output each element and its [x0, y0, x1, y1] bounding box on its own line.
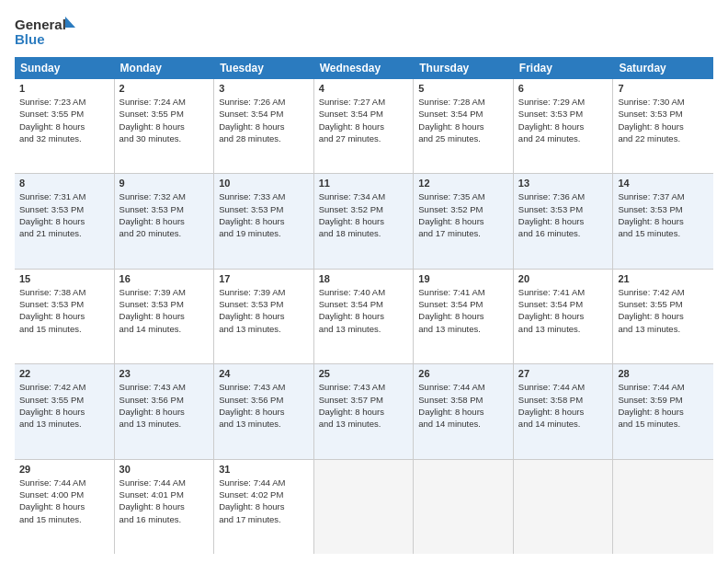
sunrise-text: Sunrise: 7:33 AM — [219, 190, 309, 202]
sunrise-text: Sunrise: 7:30 AM — [618, 96, 709, 108]
calendar-cell: 14 Sunrise: 7:37 AM Sunset: 3:53 PM Dayl… — [613, 174, 713, 268]
calendar-cell: 24 Sunrise: 7:43 AM Sunset: 3:56 PM Dayl… — [214, 364, 314, 458]
sunrise-text: Sunrise: 7:36 AM — [518, 190, 609, 202]
day-number: 26 — [418, 368, 508, 379]
daylight-text: Daylight: 8 hours — [219, 406, 309, 418]
day-number: 29 — [19, 464, 109, 475]
daylight-extra: and 27 minutes. — [319, 132, 409, 144]
daylight-text: Daylight: 8 hours — [319, 406, 409, 418]
sunrise-text: Sunrise: 7:43 AM — [119, 381, 210, 393]
day-number: 15 — [19, 273, 109, 284]
daylight-extra: and 15 minutes. — [19, 513, 109, 525]
daylight-extra: and 22 minutes. — [618, 132, 709, 144]
sunset-text: Sunset: 3:54 PM — [319, 108, 409, 120]
calendar-cell — [613, 460, 713, 554]
day-number: 6 — [518, 83, 609, 94]
sunset-text: Sunset: 3:53 PM — [219, 203, 309, 215]
sunrise-text: Sunrise: 7:29 AM — [518, 96, 609, 108]
day-number: 23 — [119, 368, 210, 379]
calendar-page: GeneralBlue SundayMondayTuesdayWednesday… — [0, 0, 728, 563]
daylight-text: Daylight: 8 hours — [319, 310, 409, 322]
daylight-extra: and 13 minutes. — [319, 418, 409, 430]
calendar-cell: 3 Sunrise: 7:26 AM Sunset: 3:54 PM Dayli… — [214, 79, 314, 173]
daylight-text: Daylight: 8 hours — [518, 215, 609, 227]
day-number: 4 — [319, 83, 409, 94]
daylight-extra: and 15 minutes. — [618, 227, 709, 239]
sunset-text: Sunset: 3:53 PM — [19, 203, 109, 215]
day-number: 24 — [219, 368, 309, 379]
svg-text:General: General — [15, 17, 66, 32]
sunset-text: Sunset: 3:54 PM — [319, 298, 409, 310]
day-number: 12 — [418, 178, 508, 189]
daylight-text: Daylight: 8 hours — [19, 121, 109, 132]
day-number: 7 — [618, 83, 709, 94]
sunset-text: Sunset: 3:53 PM — [518, 108, 609, 120]
sunrise-text: Sunrise: 7:39 AM — [119, 286, 210, 298]
sunrise-text: Sunrise: 7:44 AM — [19, 477, 109, 488]
daylight-extra: and 25 minutes. — [418, 132, 508, 144]
calendar-cell: 17 Sunrise: 7:39 AM Sunset: 3:53 PM Dayl… — [214, 270, 314, 363]
day-number: 9 — [119, 178, 210, 189]
calendar-day-header: Thursday — [414, 57, 514, 79]
sunset-text: Sunset: 3:55 PM — [119, 108, 210, 120]
daylight-text: Daylight: 8 hours — [119, 500, 210, 512]
sunrise-text: Sunrise: 7:31 AM — [19, 190, 109, 202]
daylight-extra: and 18 minutes. — [319, 227, 409, 239]
day-number: 31 — [219, 464, 309, 475]
sunrise-text: Sunrise: 7:39 AM — [219, 286, 309, 298]
daylight-text: Daylight: 8 hours — [418, 215, 508, 227]
daylight-text: Daylight: 8 hours — [119, 121, 210, 132]
daylight-extra: and 20 minutes. — [119, 227, 210, 239]
sunrise-text: Sunrise: 7:35 AM — [418, 190, 508, 202]
sunset-text: Sunset: 3:54 PM — [418, 108, 508, 120]
sunrise-text: Sunrise: 7:44 AM — [518, 381, 609, 393]
calendar-cell: 1 Sunrise: 7:23 AM Sunset: 3:55 PM Dayli… — [15, 79, 115, 173]
daylight-extra: and 17 minutes. — [219, 513, 309, 525]
day-number: 30 — [119, 464, 210, 475]
sunset-text: Sunset: 3:56 PM — [119, 394, 210, 406]
daylight-extra: and 32 minutes. — [19, 132, 109, 144]
daylight-text: Daylight: 8 hours — [518, 310, 609, 322]
daylight-text: Daylight: 8 hours — [119, 310, 210, 322]
sunrise-text: Sunrise: 7:37 AM — [618, 190, 709, 202]
sunset-text: Sunset: 3:53 PM — [518, 203, 609, 215]
sunset-text: Sunset: 4:01 PM — [119, 488, 210, 500]
sunset-text: Sunset: 3:59 PM — [618, 394, 709, 406]
calendar: SundayMondayTuesdayWednesdayThursdayFrid… — [15, 57, 713, 554]
calendar-cell — [414, 460, 514, 554]
daylight-extra: and 13 minutes. — [19, 418, 109, 430]
sunset-text: Sunset: 3:55 PM — [618, 298, 709, 310]
day-number: 28 — [618, 368, 709, 379]
calendar-cell: 29 Sunrise: 7:44 AM Sunset: 4:00 PM Dayl… — [15, 460, 115, 554]
calendar-cell: 11 Sunrise: 7:34 AM Sunset: 3:52 PM Dayl… — [314, 174, 415, 268]
daylight-text: Daylight: 8 hours — [119, 215, 210, 227]
daylight-extra: and 28 minutes. — [219, 132, 309, 144]
calendar-cell: 8 Sunrise: 7:31 AM Sunset: 3:53 PM Dayli… — [15, 174, 115, 268]
daylight-extra: and 13 minutes. — [618, 323, 709, 335]
calendar-day-header: Monday — [115, 57, 215, 79]
sunrise-text: Sunrise: 7:32 AM — [119, 190, 210, 202]
sunset-text: Sunset: 3:55 PM — [19, 394, 109, 406]
sunrise-text: Sunrise: 7:23 AM — [19, 96, 109, 108]
sunset-text: Sunset: 3:54 PM — [219, 108, 309, 120]
daylight-extra: and 16 minutes. — [119, 513, 210, 525]
sunrise-text: Sunrise: 7:24 AM — [119, 96, 210, 108]
calendar-cell: 7 Sunrise: 7:30 AM Sunset: 3:53 PM Dayli… — [613, 79, 713, 173]
calendar-day-header: Tuesday — [214, 57, 314, 79]
sunset-text: Sunset: 3:53 PM — [19, 298, 109, 310]
sunset-text: Sunset: 3:54 PM — [518, 298, 609, 310]
daylight-text: Daylight: 8 hours — [418, 406, 508, 418]
daylight-text: Daylight: 8 hours — [418, 310, 508, 322]
daylight-extra: and 24 minutes. — [518, 132, 609, 144]
daylight-text: Daylight: 8 hours — [119, 406, 210, 418]
daylight-extra: and 14 minutes. — [119, 323, 210, 335]
sunrise-text: Sunrise: 7:43 AM — [319, 381, 409, 393]
day-number: 21 — [618, 273, 709, 284]
day-number: 1 — [19, 83, 109, 94]
daylight-text: Daylight: 8 hours — [618, 406, 709, 418]
daylight-text: Daylight: 8 hours — [418, 121, 508, 132]
calendar-cell: 6 Sunrise: 7:29 AM Sunset: 3:53 PM Dayli… — [514, 79, 614, 173]
daylight-text: Daylight: 8 hours — [219, 215, 309, 227]
day-number: 13 — [518, 178, 609, 189]
day-number: 25 — [319, 368, 409, 379]
